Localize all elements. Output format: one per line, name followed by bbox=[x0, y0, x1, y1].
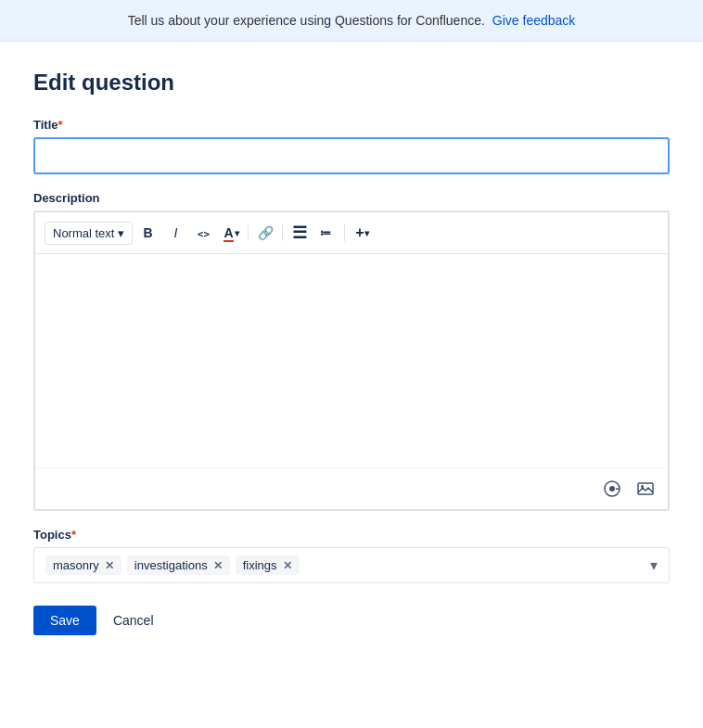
chevron-down-icon bbox=[118, 226, 124, 240]
give-feedback-link[interactable]: Give feedback bbox=[492, 13, 576, 28]
italic-button[interactable] bbox=[162, 220, 188, 246]
title-group: Title* bbox=[33, 118, 670, 174]
italic-icon bbox=[174, 225, 178, 240]
title-label: Title* bbox=[33, 118, 670, 132]
svg-point-2 bbox=[609, 486, 615, 492]
save-button[interactable]: Save bbox=[33, 606, 96, 635]
topic-investigations-remove[interactable]: ✕ bbox=[213, 559, 223, 572]
topics-field[interactable]: masonry ✕ investigations ✕ fixings ✕ ▾ bbox=[33, 547, 670, 583]
title-input[interactable] bbox=[33, 137, 670, 174]
page-title: Edit question bbox=[33, 70, 670, 96]
toolbar-separator-1 bbox=[248, 224, 249, 241]
topic-fixings-remove[interactable]: ✕ bbox=[283, 559, 292, 572]
image-button[interactable] bbox=[633, 476, 658, 502]
topics-label: Topics* bbox=[33, 528, 670, 542]
color-icon bbox=[224, 225, 233, 240]
mention-button[interactable] bbox=[599, 476, 625, 502]
topics-group: Topics* masonry ✕ investigations ✕ fixin… bbox=[33, 528, 670, 583]
bold-icon bbox=[143, 225, 152, 240]
color-button[interactable]: ▾ bbox=[218, 220, 244, 246]
editor-footer bbox=[35, 467, 668, 509]
description-group: Description Normal text ▾ bbox=[33, 191, 670, 511]
more-options-button[interactable]: + ▾ bbox=[349, 220, 375, 246]
ordered-list-button[interactable]: ≔ bbox=[314, 220, 340, 246]
form-actions: Save Cancel bbox=[33, 606, 670, 635]
link-button[interactable]: 🔗 bbox=[252, 220, 278, 246]
description-editor: Normal text ▾ 🔗 bbox=[33, 211, 670, 511]
topic-investigations-label: investigations bbox=[134, 558, 208, 572]
editor-body[interactable] bbox=[35, 254, 668, 467]
color-chevron-icon: ▾ bbox=[235, 228, 239, 238]
topic-masonry-remove[interactable]: ✕ bbox=[105, 559, 114, 572]
editor-toolbar: Normal text ▾ 🔗 bbox=[35, 212, 668, 254]
topic-tag-masonry: masonry ✕ bbox=[45, 556, 121, 575]
svg-text:≔: ≔ bbox=[320, 226, 331, 239]
toolbar-separator-3 bbox=[344, 224, 345, 241]
cancel-button[interactable]: Cancel bbox=[109, 606, 158, 635]
plus-icon: + bbox=[355, 224, 364, 241]
feedback-banner: Tell us about your experience using Ques… bbox=[0, 0, 703, 42]
bullet-list-icon: ☰ bbox=[292, 224, 307, 241]
description-label: Description bbox=[33, 191, 670, 205]
banner-text: Tell us about your experience using Ques… bbox=[128, 13, 485, 28]
bold-button[interactable] bbox=[134, 220, 160, 246]
code-icon bbox=[198, 225, 210, 240]
topic-fixings-label: fixings bbox=[243, 558, 277, 572]
topic-tag-investigations: investigations ✕ bbox=[127, 556, 230, 575]
topic-masonry-label: masonry bbox=[53, 558, 99, 572]
code-button[interactable] bbox=[190, 220, 216, 246]
bullet-list-button[interactable]: ☰ bbox=[287, 220, 313, 246]
ordered-list-icon: ≔ bbox=[320, 224, 335, 242]
topics-dropdown-icon[interactable]: ▾ bbox=[650, 556, 658, 574]
text-style-dropdown[interactable]: Normal text bbox=[45, 222, 133, 245]
topic-tag-fixings: fixings ✕ bbox=[236, 556, 300, 575]
more-chevron-icon: ▾ bbox=[364, 228, 369, 238]
toolbar-separator-2 bbox=[282, 224, 283, 241]
svg-rect-4 bbox=[638, 483, 653, 494]
link-icon: 🔗 bbox=[258, 225, 274, 240]
